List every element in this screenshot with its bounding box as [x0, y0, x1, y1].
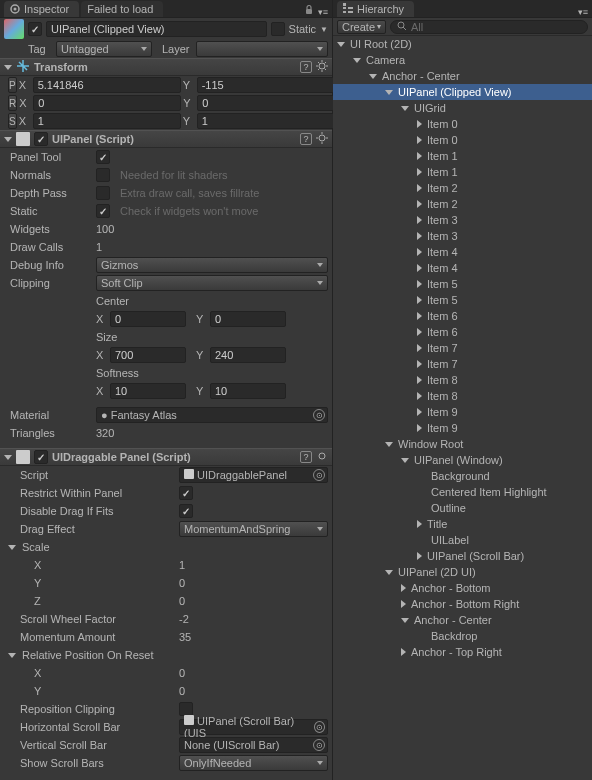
foldout-icon[interactable]	[417, 424, 422, 432]
foldout-icon[interactable]	[417, 376, 422, 384]
tree-item[interactable]: Anchor - Bottom Right	[333, 596, 592, 612]
tree-item[interactable]: Item 9	[333, 404, 592, 420]
foldout-icon[interactable]	[417, 312, 422, 320]
tree-item[interactable]: Window Root	[333, 436, 592, 452]
drag-effect-dropdown[interactable]: MomentumAndSpring	[179, 521, 328, 537]
tree-item[interactable]: Item 5	[333, 292, 592, 308]
rot-x-field[interactable]	[33, 95, 181, 111]
foldout-icon[interactable]	[401, 648, 406, 656]
foldout-icon[interactable]	[417, 360, 422, 368]
tab-inspector[interactable]: Inspector	[4, 1, 79, 17]
foldout-icon[interactable]	[417, 552, 422, 560]
s-button[interactable]: S	[8, 113, 17, 129]
tree-item[interactable]: Camera	[333, 52, 592, 68]
foldout-icon[interactable]	[369, 74, 377, 79]
tree-item[interactable]: UI Root (2D)	[333, 36, 592, 52]
tree-item[interactable]: UIPanel (2D UI)	[333, 564, 592, 580]
material-field[interactable]: ● Fantasy Atlas⊙	[96, 407, 328, 423]
help-icon[interactable]: ?	[300, 133, 312, 145]
panel-menu-icon[interactable]: ▾≡	[578, 7, 588, 17]
foldout-icon[interactable]	[417, 232, 422, 240]
foldout-icon[interactable]	[417, 392, 422, 400]
tree-item[interactable]: Item 2	[333, 196, 592, 212]
tree-item[interactable]: Centered Item Highlight	[333, 484, 592, 500]
foldout-icon[interactable]	[417, 328, 422, 336]
static-checkbox[interactable]	[96, 204, 110, 218]
p-button[interactable]: P	[8, 77, 17, 93]
help-icon[interactable]: ?	[300, 451, 312, 463]
tree-item[interactable]: Item 7	[333, 356, 592, 372]
rot-y-field[interactable]	[197, 95, 345, 111]
tree-item[interactable]: UIPanel (Window)	[333, 452, 592, 468]
layer-dropdown[interactable]	[196, 41, 328, 57]
scl-y-field[interactable]	[197, 113, 345, 129]
foldout-icon[interactable]	[417, 200, 422, 208]
tab-failed[interactable]: Failed to load	[81, 1, 163, 17]
tree-item[interactable]: UIGrid	[333, 100, 592, 116]
center-y[interactable]	[210, 311, 286, 327]
object-picker-icon[interactable]: ⊙	[313, 739, 325, 751]
object-picker-icon[interactable]: ⊙	[314, 721, 325, 733]
gear-icon[interactable]	[316, 450, 328, 464]
clipping-dropdown[interactable]: Soft Clip	[96, 275, 328, 291]
debug-dropdown[interactable]: Gizmos	[96, 257, 328, 273]
tree-item[interactable]: Item 8	[333, 388, 592, 404]
foldout-icon[interactable]	[417, 136, 422, 144]
tree-item[interactable]: Item 0	[333, 132, 592, 148]
center-x[interactable]	[110, 311, 186, 327]
size-x[interactable]	[110, 347, 186, 363]
r-button[interactable]: R	[8, 95, 17, 111]
foldout-icon[interactable]	[401, 584, 406, 592]
foldout-icon[interactable]	[385, 442, 393, 447]
tree-item[interactable]: Anchor - Center	[333, 68, 592, 84]
foldout-icon[interactable]	[401, 458, 409, 463]
search-input[interactable]: All	[390, 20, 588, 34]
enabled-checkbox[interactable]	[34, 450, 48, 464]
tree-item[interactable]: Item 5	[333, 276, 592, 292]
object-picker-icon[interactable]: ⊙	[313, 469, 325, 481]
foldout-icon[interactable]	[417, 248, 422, 256]
foldout-icon[interactable]	[417, 296, 422, 304]
tab-hierarchy[interactable]: Hierarchy	[337, 1, 414, 17]
script-field[interactable]: UIDraggablePanel⊙	[179, 467, 328, 483]
scl-x-field[interactable]	[33, 113, 181, 129]
foldout-icon[interactable]	[401, 106, 409, 111]
active-checkbox[interactable]	[28, 22, 42, 36]
tree-item[interactable]: Item 1	[333, 164, 592, 180]
soft-y[interactable]	[210, 383, 286, 399]
foldout-icon[interactable]	[417, 264, 422, 272]
foldout-icon[interactable]	[401, 600, 406, 608]
soft-x[interactable]	[110, 383, 186, 399]
panel-tool-checkbox[interactable]	[96, 150, 110, 164]
tree-item[interactable]: Backdrop	[333, 628, 592, 644]
help-icon[interactable]: ?	[300, 61, 312, 73]
foldout-icon[interactable]	[417, 344, 422, 352]
gear-icon[interactable]	[316, 132, 328, 146]
tree-item[interactable]: Item 4	[333, 260, 592, 276]
lock-icon[interactable]	[304, 5, 314, 17]
tree-item[interactable]: Item 2	[333, 180, 592, 196]
depth-checkbox[interactable]	[96, 186, 110, 200]
tree-item[interactable]: Item 6	[333, 324, 592, 340]
disable-checkbox[interactable]	[179, 504, 193, 518]
foldout-icon[interactable]	[417, 168, 422, 176]
scale-foldout[interactable]: Scale	[0, 538, 332, 556]
foldout-icon[interactable]	[417, 520, 422, 528]
static-checkbox[interactable]	[271, 22, 285, 36]
static-dropdown-icon[interactable]: ▼	[320, 25, 328, 34]
tree-item[interactable]: Item 3	[333, 228, 592, 244]
tree-item[interactable]: Item 3	[333, 212, 592, 228]
uipanel-header[interactable]: UIPanel (Script) ?	[0, 130, 332, 148]
foldout-icon[interactable]	[417, 408, 422, 416]
enabled-checkbox[interactable]	[34, 132, 48, 146]
hierarchy-tree[interactable]: UI Root (2D)CameraAnchor - CenterUIPanel…	[333, 36, 592, 780]
hscroll-field[interactable]: UIPanel (Scroll Bar) (UIS⊙	[179, 719, 328, 735]
foldout-icon[interactable]	[417, 120, 422, 128]
foldout-icon[interactable]	[353, 58, 361, 63]
tree-item[interactable]: Anchor - Bottom	[333, 580, 592, 596]
foldout-icon[interactable]	[417, 280, 422, 288]
create-dropdown[interactable]: Create	[337, 20, 386, 34]
pos-y-field[interactable]	[197, 77, 345, 93]
tree-item[interactable]: UIPanel (Scroll Bar)	[333, 548, 592, 564]
gear-icon[interactable]	[316, 60, 328, 74]
